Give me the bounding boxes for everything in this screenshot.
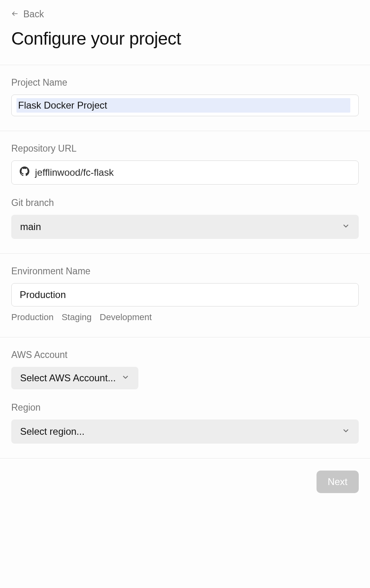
next-button[interactable]: Next xyxy=(317,471,359,493)
chevron-down-icon xyxy=(342,221,350,232)
git-branch-select[interactable]: main xyxy=(11,215,359,239)
arrow-left-icon xyxy=(11,9,18,20)
suggestion-production[interactable]: Production xyxy=(11,312,53,323)
project-name-label: Project Name xyxy=(11,77,359,88)
back-label: Back xyxy=(23,9,44,20)
region-value: Select region... xyxy=(20,426,84,437)
github-icon xyxy=(20,167,29,179)
region-select[interactable]: Select region... xyxy=(11,419,359,444)
region-label: Region xyxy=(11,402,359,413)
environment-section: Environment Name Production Staging Deve… xyxy=(0,254,370,337)
git-branch-label: Git branch xyxy=(11,197,359,208)
environment-suggestions: Production Staging Development xyxy=(11,312,359,323)
environment-name-input[interactable] xyxy=(11,283,359,306)
aws-account-value: Select AWS Account... xyxy=(20,372,116,384)
footer: Next xyxy=(0,458,370,505)
environment-name-label: Environment Name xyxy=(11,266,359,277)
git-branch-value: main xyxy=(20,221,41,232)
suggestion-staging[interactable]: Staging xyxy=(62,312,92,323)
chevron-down-icon xyxy=(121,372,130,384)
repository-url-box[interactable]: jefflinwood/fc-flask xyxy=(11,160,359,185)
repository-url-value: jefflinwood/fc-flask xyxy=(35,167,114,178)
aws-account-select[interactable]: Select AWS Account... xyxy=(11,367,138,389)
project-name-section: Project Name Flask Docker Project xyxy=(0,65,370,131)
back-link[interactable]: Back xyxy=(11,9,44,20)
project-name-input[interactable]: Flask Docker Project xyxy=(16,98,350,113)
page-title: Configure your project xyxy=(11,29,359,49)
repository-section: Repository URL jefflinwood/fc-flask Git … xyxy=(0,131,370,254)
repository-url-label: Repository URL xyxy=(11,143,359,154)
suggestion-development[interactable]: Development xyxy=(100,312,152,323)
page-header: Back Configure your project xyxy=(0,0,370,65)
project-name-input-wrap[interactable]: Flask Docker Project xyxy=(11,95,359,116)
chevron-down-icon xyxy=(342,426,350,437)
aws-account-label: AWS Account xyxy=(11,350,359,360)
aws-section: AWS Account Select AWS Account... Region… xyxy=(0,337,370,458)
